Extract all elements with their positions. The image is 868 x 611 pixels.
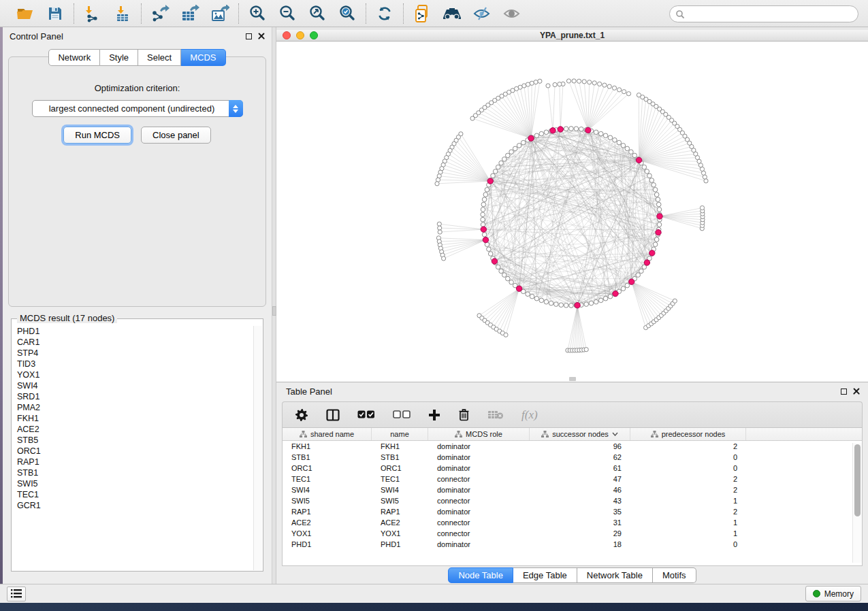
network-node[interactable] (579, 127, 584, 132)
network-hub-node[interactable] (575, 303, 580, 308)
network-hub-node[interactable] (483, 237, 488, 242)
network-hub-node[interactable] (585, 127, 591, 133)
table-row[interactable]: YOX1YOX1connector291 (283, 528, 862, 539)
network-node[interactable] (625, 283, 630, 288)
canvas-grip[interactable] (569, 377, 576, 381)
network-node[interactable] (647, 174, 652, 178)
network-node[interactable] (534, 296, 539, 301)
mcds-result-item[interactable]: RAP1 (12, 457, 253, 467)
select-all-columns-icon[interactable] (357, 406, 375, 424)
close-panel-button[interactable]: Close panel (141, 127, 211, 144)
column-header-name[interactable]: name (372, 428, 428, 440)
network-node[interactable] (544, 130, 549, 135)
network-node[interactable] (574, 127, 579, 131)
network-node[interactable] (632, 153, 637, 158)
mcds-result-item[interactable]: ACE2 (12, 424, 253, 435)
memory-button[interactable]: Memory (805, 586, 861, 601)
column-header-successor-nodes[interactable]: successor nodes (530, 428, 630, 440)
network-node[interactable] (496, 265, 500, 269)
network-node[interactable] (584, 302, 589, 307)
table-row[interactable]: ACE2ACE2connector311 (283, 517, 862, 528)
network-node[interactable] (530, 294, 534, 299)
network-node[interactable] (485, 188, 489, 193)
deselect-all-columns-icon[interactable] (393, 406, 411, 424)
search-network-icon[interactable] (442, 3, 462, 24)
network-leaf-node[interactable] (553, 82, 557, 86)
network-hub-node[interactable] (558, 127, 563, 132)
network-node[interactable] (608, 135, 613, 140)
search-input[interactable] (688, 9, 852, 20)
export-image-icon[interactable] (210, 3, 230, 24)
open-session-icon[interactable] (15, 3, 35, 24)
network-leaf-node[interactable] (607, 84, 611, 88)
network-node[interactable] (594, 299, 598, 304)
column-layout-icon[interactable] (326, 406, 340, 424)
network-search-box[interactable] (669, 5, 858, 22)
network-node[interactable] (506, 276, 511, 281)
network-node[interactable] (569, 303, 574, 308)
network-node[interactable] (636, 273, 641, 278)
network-hub-node[interactable] (516, 286, 521, 291)
create-column-plus-icon[interactable] (428, 406, 440, 424)
network-node[interactable] (598, 298, 603, 303)
show-graphics-icon[interactable] (502, 3, 522, 24)
network-hub-node[interactable] (613, 291, 618, 296)
network-leaf-node[interactable] (626, 92, 630, 96)
column-header-shared-name[interactable]: shared name (283, 428, 372, 440)
network-node[interactable] (608, 294, 613, 299)
network-node[interactable] (569, 127, 574, 131)
mcds-result-item[interactable]: TEC1 (12, 489, 253, 500)
network-node[interactable] (517, 144, 521, 148)
network-canvas[interactable] (276, 42, 868, 382)
network-leaf-node[interactable] (622, 90, 626, 94)
network-leaf-node[interactable] (588, 80, 592, 84)
table-row[interactable]: TEC1TEC1connector472 (283, 474, 862, 484)
table-row[interactable]: FKH1FKH1dominator962 (283, 441, 862, 452)
network-node[interactable] (621, 286, 626, 291)
column-header-predecessor-nodes[interactable]: predecessor nodes (630, 428, 746, 440)
network-node[interactable] (589, 301, 594, 306)
network-node[interactable] (653, 188, 658, 193)
network-node[interactable] (652, 183, 656, 188)
mcds-result-item[interactable]: STP4 (12, 348, 253, 359)
close-panel-icon[interactable] (258, 33, 265, 39)
network-node[interactable] (653, 242, 658, 247)
network-node[interactable] (482, 233, 487, 237)
network-node[interactable] (506, 153, 511, 158)
tab-network-table[interactable]: Network Table (577, 567, 653, 583)
zoom-in-icon[interactable] (247, 3, 268, 24)
float-panel-icon[interactable] (246, 33, 252, 39)
export-network-icon[interactable] (150, 3, 170, 24)
save-session-icon[interactable] (45, 3, 65, 24)
network-leaf-node[interactable] (592, 81, 596, 85)
network-node[interactable] (656, 197, 660, 202)
network-hub-node[interactable] (487, 178, 493, 184)
network-node[interactable] (499, 161, 504, 165)
network-node[interactable] (657, 208, 662, 212)
network-node[interactable] (526, 292, 530, 297)
network-node[interactable] (513, 146, 517, 151)
network-node[interactable] (487, 247, 492, 252)
tab-edge-table[interactable]: Edge Table (513, 567, 577, 583)
network-leaf-node[interactable] (602, 83, 607, 87)
network-node[interactable] (488, 252, 493, 257)
network-node[interactable] (509, 280, 514, 285)
network-node[interactable] (649, 178, 654, 183)
network-node[interactable] (639, 269, 644, 274)
network-leaf-node[interactable] (438, 230, 442, 234)
network-node[interactable] (481, 202, 486, 207)
network-node[interactable] (502, 157, 507, 162)
network-node[interactable] (534, 133, 539, 138)
network-hub-node[interactable] (629, 279, 634, 284)
table-scrollbar[interactable] (852, 443, 862, 563)
float-table-panel-icon[interactable] (841, 389, 847, 395)
mcds-result-item[interactable]: SWI4 (12, 380, 253, 391)
network-node[interactable] (645, 169, 649, 174)
zoom-selected-icon[interactable] (337, 3, 357, 24)
optimization-criterion-select[interactable]: largest connected component (undirected) (32, 100, 243, 117)
delete-table-icon[interactable] (487, 406, 504, 424)
network-hub-node[interactable] (657, 214, 662, 219)
zoom-out-icon[interactable] (277, 3, 298, 24)
mcds-result-item[interactable]: STB5 (12, 435, 253, 446)
network-node[interactable] (481, 222, 485, 227)
